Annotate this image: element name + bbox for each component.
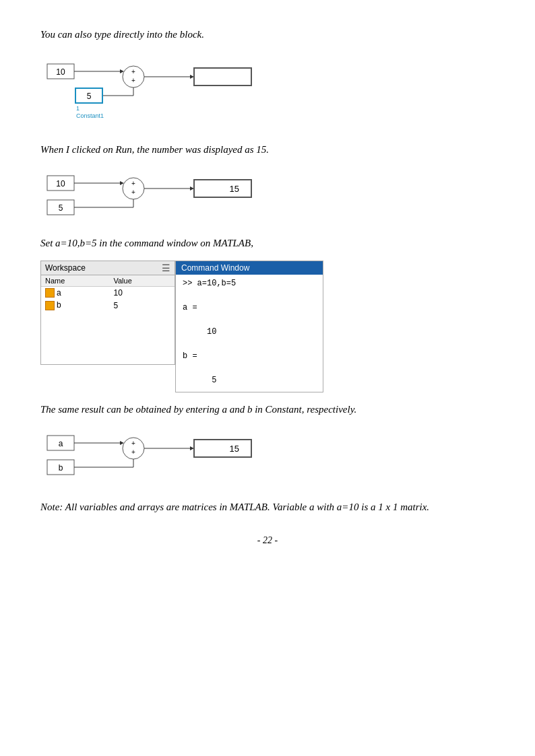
command-line: b = [183, 351, 316, 361]
col-name-header: Name [41, 275, 109, 287]
d2-sum-plus-top: + [131, 180, 135, 187]
var-icon [45, 288, 55, 298]
d3-display-val: 15 [230, 444, 239, 454]
panels-row: Workspace ☰ Name Value a10b5 Command Win… [40, 261, 323, 392]
d2-const2-label: 5 [59, 203, 63, 213]
var-icon [45, 301, 55, 310]
paragraph-2: When I clicked on Run, the number was di… [40, 142, 495, 158]
command-line: a = [183, 303, 316, 312]
workspace-title: Workspace [45, 263, 86, 273]
workspace-row-name: a [41, 286, 109, 299]
workspace-row-name: b [41, 299, 109, 312]
sum-plus-top: + [131, 68, 135, 75]
paragraph-1: You can also type directly into the bloc… [40, 27, 495, 42]
workspace-row: b5 [41, 299, 175, 312]
workspace-header: Workspace ☰ [41, 261, 175, 275]
diagram-2-svg: 10 + + 15 5 [40, 166, 296, 224]
col-value-header: Value [109, 275, 175, 287]
const1-label: 10 [56, 67, 65, 77]
d2-sum-plus-bot: + [131, 188, 135, 196]
command-line [183, 291, 316, 300]
command-line [183, 339, 316, 349]
d3-sum-plus-bot: + [131, 448, 135, 456]
workspace-table: Name Value a10b5 [41, 275, 175, 312]
command-line: 10 [183, 327, 316, 337]
diagram-1-svg: 10 + + 5 1 Constant1 [40, 52, 296, 123]
command-line: >> a=10,b=5 [183, 279, 316, 288]
page-number: - 22 - [40, 535, 495, 546]
const2-sublabel: 1 [76, 105, 80, 112]
workspace-menu-icon[interactable]: ☰ [162, 263, 170, 273]
diagram-3-svg: a + + 15 b [40, 426, 296, 483]
command-body: >> a=10,b=5 a = 10 b = 5 [176, 275, 323, 392]
sum-plus-bot: + [131, 77, 135, 84]
paragraph-3: Set a=10,b=5 in the command window on MA… [40, 236, 495, 251]
d3-sum-plus-top: + [131, 440, 135, 447]
d3-const1-label: a [59, 439, 63, 448]
const2-val: 5 [87, 92, 92, 101]
paragraph-4: The same result can be obtained by enter… [40, 402, 495, 417]
svg-rect-6 [194, 68, 251, 85]
svg-rect-26 [194, 440, 251, 457]
command-line [183, 315, 316, 324]
paragraph-5: Note: All variables and arrays are matri… [40, 500, 495, 515]
const2-namelabel: Constant1 [76, 112, 104, 119]
workspace-row-value: 10 [109, 286, 175, 299]
d2-display-val: 15 [230, 184, 239, 194]
diagram-2: 10 + + 15 5 [40, 166, 495, 224]
diagram-1: 10 + + 5 1 Constant1 [40, 52, 495, 126]
workspace-row: a10 [41, 286, 175, 299]
command-panel: Command Window >> a=10,b=5 a = 10 b = 5 [175, 261, 323, 392]
command-window-header: Command Window [176, 261, 323, 275]
d2-const1-label: 10 [56, 179, 65, 188]
svg-rect-16 [194, 180, 251, 197]
command-line [183, 364, 316, 373]
workspace-panel: Workspace ☰ Name Value a10b5 [40, 261, 175, 365]
diagram-3: a + + 15 b [40, 426, 495, 483]
d3-const2-label: b [59, 463, 63, 473]
workspace-row-value: 5 [109, 299, 175, 312]
command-line: 5 [183, 376, 316, 385]
